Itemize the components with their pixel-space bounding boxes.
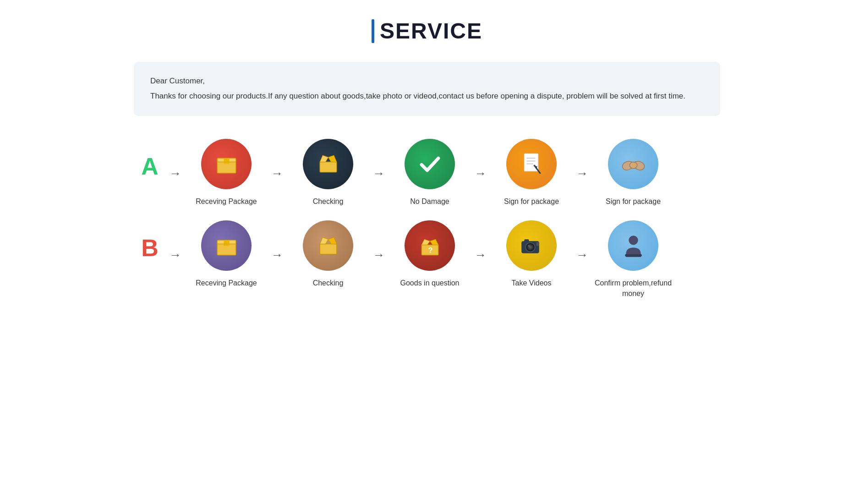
svg-rect-20 — [320, 244, 337, 254]
arrow-b1: → — [268, 248, 287, 262]
notice-box: Dear Customer, Thanks for choosing our p… — [134, 62, 720, 116]
step-a4-label: Sign for package — [504, 197, 559, 207]
step-b3: ? Goods in question — [389, 220, 471, 288]
flow-row-b: B → Receving Package → — [134, 220, 720, 299]
flow-row-a: A → Receving Package → — [134, 139, 720, 207]
step-b4-label: Take Videos — [512, 278, 552, 288]
svg-text:?: ? — [428, 246, 432, 254]
svg-rect-30 — [536, 242, 539, 246]
step-b3-circle: ? — [405, 220, 455, 271]
step-b5-label: Confirm problem,refund money — [592, 278, 674, 299]
step-b2-circle — [303, 220, 353, 271]
svg-point-29 — [528, 245, 530, 247]
step-a3: No Damage — [389, 139, 471, 207]
step-a4-circle — [506, 139, 557, 189]
flow-letter-a: A — [134, 153, 166, 180]
flow-section-b: B → Receving Package → — [134, 220, 720, 299]
title-row: SERVICE — [134, 18, 720, 44]
svg-rect-32 — [625, 254, 642, 256]
title-accent-bar — [372, 19, 374, 43]
step-b1: Receving Package — [185, 220, 268, 288]
svg-rect-4 — [320, 162, 337, 172]
arrow-b2: → — [369, 248, 389, 262]
step-a3-circle — [405, 139, 455, 189]
step-b4: Take Videos — [490, 220, 573, 288]
step-a5-circle — [608, 139, 658, 189]
step-b5-circle — [608, 220, 658, 271]
step-b1-label: Receving Package — [196, 278, 257, 288]
notice-greeting: Dear Customer, — [150, 75, 704, 88]
step-a5: Sign for package — [592, 139, 674, 207]
step-b5: Confirm problem,refund money — [592, 220, 674, 299]
arrow-a3: → — [471, 166, 490, 181]
step-a2-label: Checking — [313, 197, 344, 207]
flow-letter-b: B — [134, 234, 166, 262]
step-a4: Sign for package — [490, 139, 573, 207]
step-a1-label: Receving Package — [196, 197, 257, 207]
step-b2-label: Checking — [313, 278, 344, 288]
step-a5-label: Sign for package — [606, 197, 661, 207]
svg-rect-28 — [524, 239, 529, 242]
arrow-a0: → — [166, 166, 185, 181]
arrow-a4: → — [573, 166, 592, 181]
page-wrapper: SERVICE Dear Customer, Thanks for choosi… — [106, 0, 748, 331]
step-b3-label: Goods in question — [400, 278, 460, 288]
step-a2-circle — [303, 139, 353, 189]
arrow-b3: → — [471, 248, 490, 262]
step-a1: Receving Package — [185, 139, 268, 207]
svg-rect-18 — [224, 240, 229, 246]
flow-section-a: A → Receving Package → — [134, 139, 720, 207]
svg-point-31 — [629, 236, 638, 245]
notice-message: Thanks for choosing our products.If any … — [150, 90, 704, 103]
step-a3-label: No Damage — [410, 197, 449, 207]
step-a2: Checking — [287, 139, 369, 207]
arrow-a2: → — [369, 166, 389, 181]
svg-rect-2 — [224, 159, 229, 164]
page-title: SERVICE — [380, 18, 482, 44]
svg-point-12 — [533, 165, 535, 167]
arrow-b4: → — [573, 248, 592, 262]
arrow-b0: → — [166, 248, 185, 262]
step-b4-circle — [506, 220, 557, 271]
step-a1-circle — [201, 139, 252, 189]
step-b2: Checking — [287, 220, 369, 288]
svg-point-15 — [630, 162, 637, 169]
step-b1-circle — [201, 220, 252, 271]
arrow-a1: → — [268, 166, 287, 181]
